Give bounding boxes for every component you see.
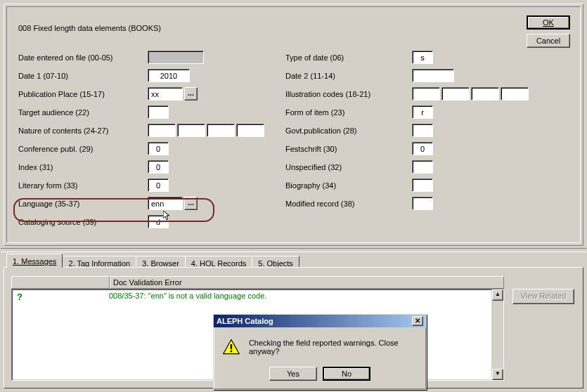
svg-rect-1: [231, 351, 232, 352]
warning-icon: [222, 337, 240, 357]
label-fest: Festschrift (30): [285, 142, 405, 156]
label-catsrc: Cataloging source (39): [18, 215, 138, 229]
form-grid: Date entered on file (00-05) Type of dat…: [18, 51, 503, 233]
picker-pub-place[interactable]: ...: [184, 87, 198, 100]
app-window: 008 Fixed length data elements (BOOKS) O…: [0, 0, 587, 392]
tab-messages[interactable]: 1. Messages: [6, 254, 63, 268]
input-nature-3[interactable]: [236, 124, 264, 137]
messages-header-col1[interactable]: [11, 276, 110, 289]
scrollbar[interactable]: ▲ ▼: [491, 289, 503, 380]
label-date-entered: Date entered on file (00-05): [18, 51, 138, 65]
question-icon: ?: [15, 292, 25, 302]
input-ill-0[interactable]: [412, 87, 440, 100]
input-conf[interactable]: [148, 142, 169, 155]
input-index[interactable]: [148, 160, 169, 174]
input-modrec[interactable]: [412, 197, 433, 210]
label-form-item: Form of item (23): [285, 105, 405, 119]
input-bio[interactable]: [412, 178, 433, 192]
dialog-title: ALEPH Catalog: [217, 315, 273, 327]
label-conf: Conference publ. (29): [18, 142, 138, 156]
panel-title: 008 Fixed length data elements (BOOKS): [18, 24, 161, 32]
input-nature-1[interactable]: [177, 124, 205, 137]
yes-button[interactable]: Yes: [269, 367, 317, 381]
cancel-button[interactable]: Cancel: [527, 34, 570, 48]
input-ill-1[interactable]: [441, 87, 470, 100]
view-related-button: View Related: [512, 289, 574, 304]
no-button[interactable]: No: [323, 367, 370, 381]
input-date2[interactable]: [412, 69, 454, 82]
input-form-item[interactable]: [412, 105, 433, 119]
dialog-body: Checking the field reported warnings. Cl…: [214, 327, 426, 389]
dialog-warning: ALEPH Catalog ✕ Checking the field repor…: [213, 314, 427, 390]
label-index: Index (31): [18, 160, 138, 174]
scroll-up-button[interactable]: ▲: [492, 289, 503, 301]
input-catsrc[interactable]: [148, 215, 169, 228]
label-date2: Date 2 (11-14): [285, 69, 405, 83]
messages-header-col2[interactable]: Doc Validation Error: [110, 276, 504, 289]
input-target-aud[interactable]: [148, 105, 169, 119]
label-unspec: Unspecified (32): [285, 160, 405, 174]
input-pub-place[interactable]: [148, 87, 183, 100]
input-type-date[interactable]: [412, 51, 433, 64]
form-panel-inner: 008 Fixed length data elements (BOOKS) O…: [6, 6, 581, 243]
ok-button[interactable]: OK: [527, 15, 570, 30]
label-ill: Illustration codes (18-21): [285, 87, 405, 101]
tab-bar: 1. Messages 2. Tag Information 3. Browse…: [6, 254, 299, 268]
label-modrec: Modified record (38): [285, 197, 405, 211]
input-nature-0[interactable]: [148, 124, 176, 137]
picker-language[interactable]: ...: [184, 197, 198, 210]
input-date-entered: [148, 51, 204, 64]
scroll-down-button[interactable]: ▼: [492, 369, 503, 380]
message-text: 008/35-37: "enn" is not a valid language…: [25, 292, 266, 300]
label-type-date: Type of date (06): [285, 51, 405, 65]
input-nature-2[interactable]: [207, 124, 235, 137]
form-panel: 008 Fixed length data elements (BOOKS) O…: [4, 4, 583, 246]
splitter[interactable]: [1, 248, 586, 252]
message-row[interactable]: ? 008/35-37: "enn" is not a valid langua…: [12, 289, 503, 304]
dialog-text: Checking the field reported warnings. Cl…: [249, 339, 418, 355]
label-bio: Biography (34): [285, 178, 405, 192]
label-language: Language (35-37): [18, 197, 138, 211]
svg-rect-0: [231, 344, 232, 349]
label-litform: Literary form (33): [18, 178, 138, 192]
input-unspec[interactable]: [412, 160, 433, 174]
panel-buttons: OK Cancel: [527, 15, 570, 48]
label-target-aud: Target audience (22): [18, 105, 138, 119]
input-language[interactable]: [148, 197, 183, 210]
close-button[interactable]: ✕: [412, 316, 423, 326]
dialog-titlebar[interactable]: ALEPH Catalog ✕: [214, 315, 426, 327]
label-pub-place: Publication Place (15-17): [18, 87, 138, 101]
input-litform[interactable]: [148, 178, 169, 192]
input-fest[interactable]: [412, 142, 433, 155]
input-ill-3[interactable]: [501, 87, 529, 100]
label-date1: Date 1 (07-10): [18, 69, 138, 83]
input-govt[interactable]: [412, 124, 433, 137]
label-nature: Nature of contents (24-27): [18, 124, 138, 138]
label-govt: Govt.publication (28): [285, 124, 405, 138]
input-ill-2[interactable]: [471, 87, 499, 100]
input-date1[interactable]: [148, 69, 190, 82]
messages-header: Doc Validation Error: [11, 276, 504, 289]
